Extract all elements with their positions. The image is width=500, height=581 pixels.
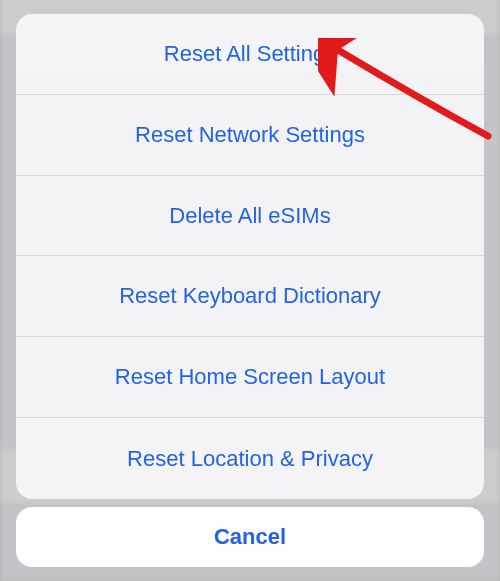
action-label: Reset Home Screen Layout: [115, 364, 385, 390]
reset-all-settings-button[interactable]: Reset All Settings: [16, 14, 484, 95]
delete-all-esims-button[interactable]: Delete All eSIMs: [16, 176, 484, 257]
cancel-label: Cancel: [214, 524, 286, 550]
action-label: Delete All eSIMs: [169, 203, 330, 229]
action-label: Reset All Settings: [164, 41, 336, 67]
action-label: Reset Location & Privacy: [127, 446, 373, 472]
cancel-button[interactable]: Cancel: [16, 507, 484, 567]
action-sheet: Reset All Settings Reset Network Setting…: [16, 14, 484, 499]
action-label: Reset Keyboard Dictionary: [119, 283, 381, 309]
reset-home-screen-layout-button[interactable]: Reset Home Screen Layout: [16, 337, 484, 418]
reset-keyboard-dictionary-button[interactable]: Reset Keyboard Dictionary: [16, 256, 484, 337]
reset-location-privacy-button[interactable]: Reset Location & Privacy: [16, 418, 484, 499]
reset-network-settings-button[interactable]: Reset Network Settings: [16, 95, 484, 176]
action-label: Reset Network Settings: [135, 122, 365, 148]
